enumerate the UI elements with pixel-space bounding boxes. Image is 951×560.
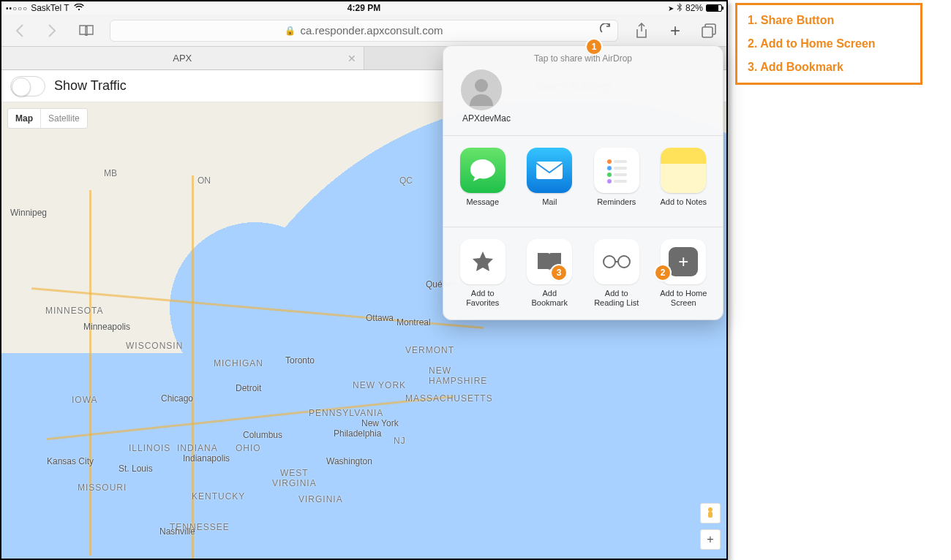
status-time: 4:29 PM [1,3,726,13]
svg-rect-5 [536,162,563,179]
map-label: Chicago [161,393,193,404]
legend-item-2: 2. Add to Home Screen [748,37,910,50]
address-bar[interactable]: 🔒 ca.responder.apxconsult.com [110,20,618,42]
airdrop-title: Tap to share with AirDrop [452,53,714,64]
map-label: MINNESOTA [45,306,103,316]
legend-item-1: 1. Share Button [748,14,910,27]
svg-point-2 [708,507,713,512]
callout-marker-1: 1 [587,39,601,54]
add-reading-list-label: Add to Reading List [592,289,642,308]
map-label: PENNSYLVANIA [309,408,383,418]
add-favorites-label: Add to Favorites [458,289,508,308]
forward-button[interactable] [42,20,63,41]
svg-point-15 [618,256,630,268]
map-type-switch[interactable]: Map Satellite [7,108,88,129]
map-label: KENTUCKY [192,491,245,502]
add-reading-list-button[interactable]: Add to Reading List [592,239,642,308]
back-button[interactable] [9,20,29,41]
callout-marker-3: 3 [552,265,566,280]
share-notes-button[interactable]: Add to Notes [659,148,709,215]
share-button[interactable] [631,20,652,41]
share-message-label: Message [466,197,499,215]
svg-rect-1 [702,27,713,37]
svg-point-8 [607,166,612,170]
map-label: Philadelphia [334,428,381,439]
svg-rect-3 [708,512,713,518]
ipad-safari-frame: ••○○○ SaskTel T 4:29 PM ➤ 82% 🔒 ca.respo… [0,0,728,560]
map-label: Ottawa [366,313,394,323]
map-label: Detroit [236,383,261,393]
svg-point-6 [607,159,612,164]
map-label: Washington [326,456,372,466]
show-traffic-toggle[interactable] [10,76,45,97]
airdrop-avatar[interactable] [461,69,502,110]
battery-icon [706,4,722,12]
bookmarks-button[interactable] [76,20,97,41]
map-label: St. Louis [119,463,153,474]
new-tab-button[interactable]: + [665,20,685,41]
add-home-screen-label: Add to Home Screen [659,289,709,308]
airdrop-contact-name: APXdevMac [462,113,511,124]
map-label: IOWA [72,395,98,405]
map-label: Nashville [159,526,195,537]
pegman-button[interactable] [700,503,721,523]
map-label: Montreal [396,317,431,328]
annotation-legend: 1. Share Button 2. Add to Home Screen 3.… [735,3,922,85]
message-icon [460,148,505,193]
zoom-in-button[interactable]: + [700,529,721,550]
share-mail-button[interactable]: Mail [525,148,575,215]
bookmark-icon [527,239,572,284]
browser-tab[interactable]: APX ✕ [1,47,364,69]
map-label: VERMONT [405,345,454,355]
road-line [89,190,91,556]
add-bookmark-label: Add Bookmark [525,289,575,308]
mail-icon [527,148,572,193]
airdrop-section: Tap to share with AirDrop APXdevMac [443,46,723,136]
lock-icon: 🔒 [285,26,296,36]
tab-title: APX [173,53,192,64]
map-label: ON [198,175,211,186]
map-type-satellite[interactable]: Satellite [40,109,87,128]
map-label: NEW HAMPSHIRE [429,366,487,386]
signal-dots-icon: ••○○○ [6,4,28,12]
map-label: MICHIGAN [214,358,263,368]
tab-close-icon[interactable]: ✕ [347,53,356,64]
svg-rect-7 [614,160,627,163]
share-notes-label: Add to Notes [660,197,707,215]
star-icon [460,239,505,284]
svg-point-4 [475,79,488,92]
map-label: WEST VIRGINIA [272,468,317,488]
map-label: New York [361,418,399,428]
add-bookmark-button[interactable]: Add Bookmark [525,239,575,308]
map-label: Minneapolis [83,322,130,332]
svg-rect-11 [614,173,627,176]
map-label: Columbus [243,430,282,440]
status-bar: ••○○○ SaskTel T 4:29 PM ➤ 82% [1,1,726,15]
map-label: NJ [394,436,406,446]
share-apps-row: Message Mail [443,136,723,227]
location-arrow-icon: ➤ [668,4,674,12]
status-carrier: SaskTel T [31,3,69,13]
map-label: QC [399,175,413,186]
map-label: Kansas City [47,456,94,466]
callout-marker-2: 2 [655,265,670,280]
reload-icon[interactable] [600,23,612,37]
wifi-icon [74,3,84,13]
map-label: Winnipeg [10,208,47,218]
glasses-icon [594,239,639,284]
map-label: VIRGINIA [298,494,343,504]
map-label: MASSACHUSETTS [405,393,493,404]
safari-toolbar: 🔒 ca.responder.apxconsult.com + [1,15,726,47]
map-label: MISSOURI [78,483,127,493]
map-type-map[interactable]: Map [8,109,40,128]
share-sheet: Tap to share with AirDrop APXdevMac Mess… [443,45,723,320]
share-message-button[interactable]: Message [458,148,508,215]
tabs-button[interactable] [699,20,719,41]
map-label: OHIO [236,443,261,453]
notes-icon [661,148,706,193]
svg-point-10 [607,173,612,177]
map-label: Toronto [285,355,315,366]
add-favorites-button[interactable]: Add to Favorites [458,239,508,308]
svg-point-12 [607,179,612,183]
share-reminders-button[interactable]: Reminders [592,148,642,215]
